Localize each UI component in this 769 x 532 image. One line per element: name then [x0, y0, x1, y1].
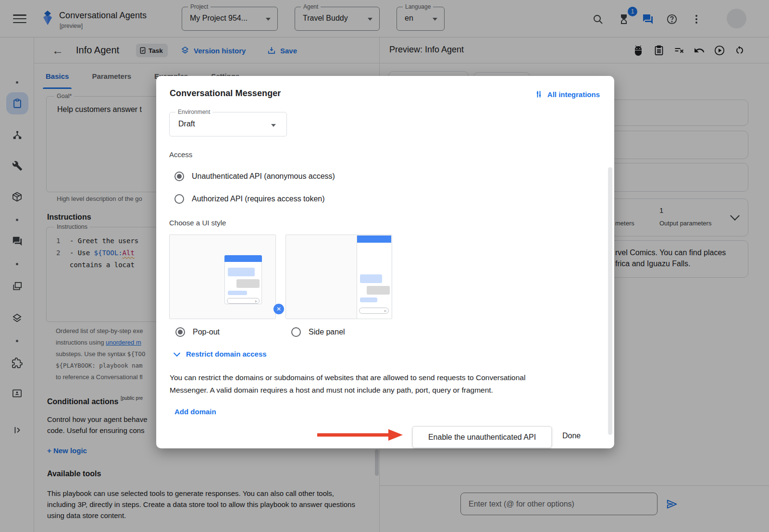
popout-style-thumbnail[interactable]: ▹ ✕ — [169, 235, 276, 319]
dropdown-caret-icon — [271, 124, 276, 127]
add-domain-button[interactable]: Add domain — [174, 408, 216, 416]
access-heading: Access — [169, 150, 192, 159]
sidepanel-style-thumbnail[interactable]: ▹ — [285, 235, 392, 319]
radio-selected-icon — [175, 327, 185, 337]
enable-unauthenticated-api-button[interactable]: Enable the unauthenticated API — [412, 426, 552, 448]
modal-scrollbar-thumb[interactable] — [608, 167, 612, 435]
mini-chat-input: ▹ — [227, 298, 260, 304]
dialog-title: Conversational Messenger — [170, 88, 281, 99]
sidepanel-widget: ▹ — [357, 235, 391, 319]
app-window: Conversational Agents [preview] Project … — [0, 0, 769, 532]
environment-selector[interactable]: Environment Draft — [169, 112, 287, 136]
radio-authorized-api[interactable]: Authorized API (requires access token) — [174, 194, 325, 204]
all-integrations-link[interactable]: All integrations — [534, 89, 600, 99]
restrict-domain-toggle[interactable]: Restrict domain access — [174, 350, 267, 358]
ui-style-heading: Choose a UI style — [169, 219, 226, 227]
environment-label: Environment — [175, 109, 212, 115]
restrict-domain-description: You can restrict the domains or subdomai… — [170, 371, 561, 396]
popout-widget: ▹ — [224, 255, 262, 304]
done-button[interactable]: Done — [562, 432, 581, 440]
mini-chat-input: ▹ — [359, 308, 389, 314]
radio-popout[interactable]: Pop-out — [175, 327, 220, 337]
integrations-link-icon — [534, 89, 544, 99]
radio-sidepanel[interactable]: Side panel — [291, 327, 345, 337]
radio-unselected-icon — [174, 194, 184, 204]
radio-selected-icon — [174, 172, 184, 181]
annotation-arrow — [316, 428, 404, 442]
radio-unselected-icon — [291, 327, 301, 337]
radio-unauthenticated-api[interactable]: Unauthenticated API (anonymous access) — [174, 172, 335, 181]
chevron-down-icon — [174, 349, 180, 356]
conversational-messenger-dialog: Conversational Messenger All integration… — [156, 76, 614, 448]
environment-value: Draft — [178, 120, 195, 128]
close-icon: ✕ — [273, 304, 284, 314]
